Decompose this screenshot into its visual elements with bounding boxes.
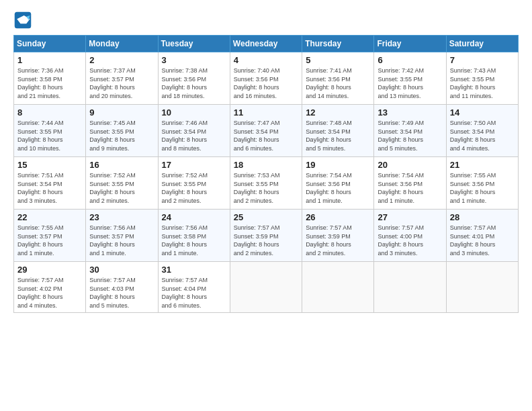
col-header-wednesday: Wednesday [230,36,302,52]
day-info: Sunrise: 7:43 AM Sunset: 3:55 PM Dayligh… [450,66,515,100]
col-header-friday: Friday [374,36,446,52]
week-row-5: 29Sunrise: 7:57 AM Sunset: 4:02 PM Dayli… [14,262,519,313]
day-number: 25 [234,212,298,222]
day-info: Sunrise: 7:50 AM Sunset: 3:54 PM Dayligh… [450,119,515,152]
day-info: Sunrise: 7:38 AM Sunset: 3:56 PM Dayligh… [162,66,226,100]
calendar-cell: 15Sunrise: 7:51 AM Sunset: 3:54 PM Dayli… [14,157,86,210]
day-number: 11 [234,107,298,118]
day-info: Sunrise: 7:42 AM Sunset: 3:55 PM Dayligh… [378,66,442,100]
day-info: Sunrise: 7:40 AM Sunset: 3:56 PM Dayligh… [234,66,298,100]
day-number: 21 [450,160,515,170]
calendar-cell: 1Sunrise: 7:36 AM Sunset: 3:58 PM Daylig… [14,52,86,105]
calendar-cell: 6Sunrise: 7:42 AM Sunset: 3:55 PM Daylig… [374,52,446,105]
header [13,11,519,30]
day-number: 16 [89,160,154,170]
day-number: 5 [306,55,370,65]
day-number: 3 [162,55,226,65]
day-info: Sunrise: 7:54 AM Sunset: 3:56 PM Dayligh… [378,171,442,205]
calendar-cell: 21Sunrise: 7:55 AM Sunset: 3:56 PM Dayli… [446,157,518,210]
week-row-1: 1Sunrise: 7:36 AM Sunset: 3:58 PM Daylig… [14,52,519,105]
day-info: Sunrise: 7:41 AM Sunset: 3:56 PM Dayligh… [306,66,370,100]
calendar-cell: 16Sunrise: 7:52 AM Sunset: 3:55 PM Dayli… [86,157,158,210]
day-number: 19 [306,160,370,170]
calendar-cell: 14Sunrise: 7:50 AM Sunset: 3:54 PM Dayli… [446,105,518,157]
day-info: Sunrise: 7:47 AM Sunset: 3:54 PM Dayligh… [234,119,298,152]
day-info: Sunrise: 7:45 AM Sunset: 3:55 PM Dayligh… [89,119,154,152]
calendar-cell: 5Sunrise: 7:41 AM Sunset: 3:56 PM Daylig… [302,52,374,105]
col-header-saturday: Saturday [446,36,518,52]
day-number: 14 [450,107,515,118]
calendar-cell: 2Sunrise: 7:37 AM Sunset: 3:57 PM Daylig… [86,52,158,105]
day-number: 1 [17,55,82,65]
day-number: 22 [17,212,82,222]
week-row-3: 15Sunrise: 7:51 AM Sunset: 3:54 PM Dayli… [14,157,519,210]
calendar-cell: 29Sunrise: 7:57 AM Sunset: 4:02 PM Dayli… [14,262,86,313]
day-number: 17 [162,160,226,170]
week-row-2: 8Sunrise: 7:44 AM Sunset: 3:55 PM Daylig… [14,105,519,157]
page-container: SundayMondayTuesdayWednesdayThursdayFrid… [0,0,532,320]
day-info: Sunrise: 7:57 AM Sunset: 3:59 PM Dayligh… [306,224,370,257]
calendar-cell [446,262,518,313]
day-info: Sunrise: 7:51 AM Sunset: 3:54 PM Dayligh… [17,171,82,205]
col-header-sunday: Sunday [14,36,86,52]
calendar-cell [230,262,302,313]
day-number: 30 [89,265,154,275]
calendar-cell: 24Sunrise: 7:56 AM Sunset: 3:58 PM Dayli… [158,210,230,262]
calendar-cell: 26Sunrise: 7:57 AM Sunset: 3:59 PM Dayli… [302,210,374,262]
calendar-cell [374,262,446,313]
calendar-cell: 28Sunrise: 7:57 AM Sunset: 4:01 PM Dayli… [446,210,518,262]
day-number: 2 [89,55,154,65]
day-number: 12 [306,107,370,118]
calendar-cell: 13Sunrise: 7:49 AM Sunset: 3:54 PM Dayli… [374,105,446,157]
day-number: 28 [450,212,515,222]
day-number: 8 [17,107,82,118]
day-info: Sunrise: 7:57 AM Sunset: 4:00 PM Dayligh… [378,224,442,257]
day-info: Sunrise: 7:55 AM Sunset: 3:57 PM Dayligh… [17,224,82,257]
day-info: Sunrise: 7:53 AM Sunset: 3:55 PM Dayligh… [234,171,298,205]
day-number: 27 [378,212,442,222]
calendar-cell: 8Sunrise: 7:44 AM Sunset: 3:55 PM Daylig… [14,105,86,157]
day-number: 13 [378,107,442,118]
day-number: 10 [162,107,226,118]
calendar-cell: 18Sunrise: 7:53 AM Sunset: 3:55 PM Dayli… [230,157,302,210]
calendar-cell: 7Sunrise: 7:43 AM Sunset: 3:55 PM Daylig… [446,52,518,105]
calendar-cell: 25Sunrise: 7:57 AM Sunset: 3:59 PM Dayli… [230,210,302,262]
calendar-table: SundayMondayTuesdayWednesdayThursdayFrid… [13,35,519,313]
day-number: 9 [89,107,154,118]
day-info: Sunrise: 7:44 AM Sunset: 3:55 PM Dayligh… [17,119,82,152]
day-info: Sunrise: 7:37 AM Sunset: 3:57 PM Dayligh… [89,66,154,100]
calendar-cell: 17Sunrise: 7:52 AM Sunset: 3:55 PM Dayli… [158,157,230,210]
calendar-cell: 3Sunrise: 7:38 AM Sunset: 3:56 PM Daylig… [158,52,230,105]
calendar-cell: 11Sunrise: 7:47 AM Sunset: 3:54 PM Dayli… [230,105,302,157]
calendar-cell: 10Sunrise: 7:46 AM Sunset: 3:54 PM Dayli… [158,105,230,157]
day-number: 20 [378,160,442,170]
logo-icon [13,11,32,30]
day-info: Sunrise: 7:57 AM Sunset: 4:03 PM Dayligh… [89,276,154,310]
day-info: Sunrise: 7:46 AM Sunset: 3:54 PM Dayligh… [162,119,226,152]
day-info: Sunrise: 7:56 AM Sunset: 3:57 PM Dayligh… [89,224,154,257]
calendar-cell: 30Sunrise: 7:57 AM Sunset: 4:03 PM Dayli… [86,262,158,313]
day-info: Sunrise: 7:52 AM Sunset: 3:55 PM Dayligh… [89,171,154,205]
calendar-cell: 31Sunrise: 7:57 AM Sunset: 4:04 PM Dayli… [158,262,230,313]
col-header-thursday: Thursday [302,36,374,52]
day-info: Sunrise: 7:52 AM Sunset: 3:55 PM Dayligh… [162,171,226,205]
day-number: 23 [89,212,154,222]
calendar-cell: 22Sunrise: 7:55 AM Sunset: 3:57 PM Dayli… [14,210,86,262]
day-info: Sunrise: 7:48 AM Sunset: 3:54 PM Dayligh… [306,119,370,152]
calendar-header: SundayMondayTuesdayWednesdayThursdayFrid… [14,36,519,52]
day-info: Sunrise: 7:57 AM Sunset: 4:01 PM Dayligh… [450,224,515,257]
day-info: Sunrise: 7:56 AM Sunset: 3:58 PM Dayligh… [162,224,226,257]
calendar-cell: 9Sunrise: 7:45 AM Sunset: 3:55 PM Daylig… [86,105,158,157]
day-number: 4 [234,55,298,65]
calendar-cell: 27Sunrise: 7:57 AM Sunset: 4:00 PM Dayli… [374,210,446,262]
calendar-cell: 12Sunrise: 7:48 AM Sunset: 3:54 PM Dayli… [302,105,374,157]
day-number: 24 [162,212,226,222]
logo [13,11,35,30]
day-info: Sunrise: 7:57 AM Sunset: 4:04 PM Dayligh… [162,276,226,310]
week-row-4: 22Sunrise: 7:55 AM Sunset: 3:57 PM Dayli… [14,210,519,262]
day-info: Sunrise: 7:57 AM Sunset: 4:02 PM Dayligh… [17,276,82,310]
col-header-monday: Monday [86,36,158,52]
day-info: Sunrise: 7:55 AM Sunset: 3:56 PM Dayligh… [450,171,515,205]
calendar-cell: 20Sunrise: 7:54 AM Sunset: 3:56 PM Dayli… [374,157,446,210]
day-number: 31 [162,265,226,275]
